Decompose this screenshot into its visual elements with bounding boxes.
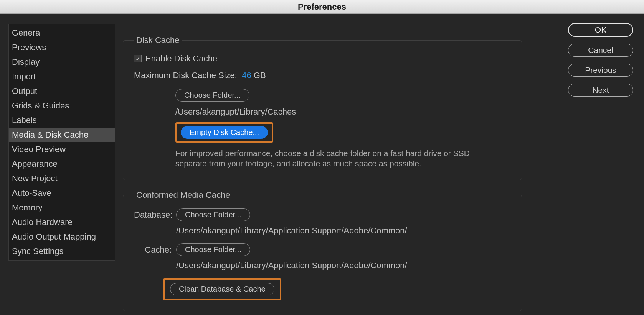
- window-title: Preferences: [0, 0, 644, 14]
- max-cache-size-unit: GB: [254, 71, 266, 80]
- sidebar-item-grids-guides[interactable]: Grids & Guides: [9, 98, 115, 113]
- disk-cache-legend: Disk Cache: [134, 35, 182, 45]
- sidebar-item-memory[interactable]: Memory: [9, 200, 115, 215]
- database-choose-folder-button[interactable]: Choose Folder...: [176, 208, 250, 221]
- cancel-button[interactable]: Cancel: [568, 44, 633, 57]
- sidebar-item-general[interactable]: General: [9, 26, 115, 40]
- disk-cache-folder-path: /Users/akangupt/Library/Caches: [175, 107, 511, 117]
- previous-button[interactable]: Previous: [568, 64, 633, 77]
- disk-cache-choose-folder-button[interactable]: Choose Folder...: [175, 89, 249, 102]
- cache-folder-path: /Users/akangupt/Library/Application Supp…: [176, 261, 511, 271]
- sidebar-item-import[interactable]: Import: [9, 69, 115, 84]
- next-button[interactable]: Next: [568, 84, 633, 97]
- sidebar-item-appearance[interactable]: Appearance: [9, 157, 115, 171]
- cache-choose-folder-button[interactable]: Choose Folder...: [176, 243, 250, 256]
- sidebar-item-labels[interactable]: Labels: [9, 113, 115, 128]
- main-panel: Disk Cache Enable Disk Cache Maximum Dis…: [123, 35, 522, 315]
- sidebar-item-previews[interactable]: Previews: [9, 40, 115, 55]
- sidebar-item-output[interactable]: Output: [9, 84, 115, 98]
- enable-disk-cache-label: Enable Disk Cache: [145, 54, 217, 64]
- empty-disk-cache-button[interactable]: Empty Disk Cache...: [181, 126, 268, 139]
- conformed-media-cache-legend: Conformed Media Cache: [134, 190, 233, 200]
- sidebar-item-auto-save[interactable]: Auto-Save: [9, 186, 115, 200]
- cache-label: Cache:: [134, 243, 172, 255]
- max-cache-size-value[interactable]: 46: [242, 71, 251, 80]
- preferences-body: General Previews Display Import Output G…: [0, 14, 644, 315]
- enable-disk-cache-checkbox[interactable]: [134, 55, 142, 62]
- category-sidebar: General Previews Display Import Output G…: [8, 24, 115, 261]
- sidebar-item-video-preview[interactable]: Video Preview: [9, 142, 115, 157]
- empty-disk-cache-highlight: Empty Disk Cache...: [175, 122, 273, 143]
- disk-cache-help-text: For improved performance, choose a disk …: [175, 148, 498, 169]
- sidebar-item-display[interactable]: Display: [9, 55, 115, 69]
- sidebar-item-sync-settings[interactable]: Sync Settings: [9, 244, 115, 259]
- max-cache-size-label: Maximum Disk Cache Size:: [134, 71, 237, 80]
- sidebar-item-new-project[interactable]: New Project: [9, 171, 115, 186]
- disk-cache-group: Disk Cache Enable Disk Cache Maximum Dis…: [123, 35, 522, 180]
- sidebar-item-media-disk-cache[interactable]: Media & Disk Cache: [9, 128, 115, 142]
- database-label: Database:: [134, 208, 172, 220]
- database-folder-path: /Users/akangupt/Library/Application Supp…: [176, 226, 511, 236]
- clean-database-cache-button[interactable]: Clean Database & Cache: [170, 283, 274, 295]
- conformed-media-cache-group: Conformed Media Cache Database: Choose F…: [123, 190, 522, 311]
- sidebar-item-audio-output-mapping[interactable]: Audio Output Mapping: [9, 230, 115, 244]
- dialog-actions: OK Cancel Previous Next: [568, 23, 633, 97]
- ok-button[interactable]: OK: [568, 23, 633, 37]
- sidebar-item-audio-hardware[interactable]: Audio Hardware: [9, 215, 115, 230]
- clean-db-cache-highlight: Clean Database & Cache: [163, 278, 281, 300]
